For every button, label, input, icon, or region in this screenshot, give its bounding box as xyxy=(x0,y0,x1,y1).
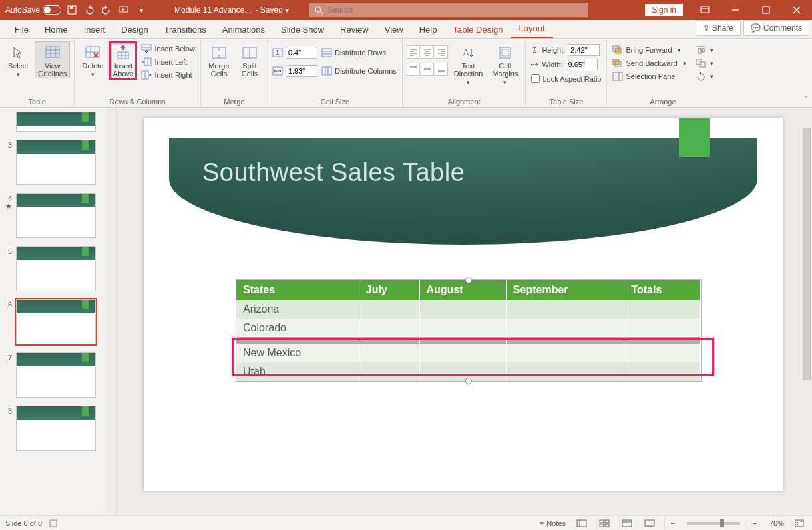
tab-review[interactable]: Review xyxy=(332,21,377,38)
collapse-ribbon-icon[interactable]: ˄ xyxy=(804,95,808,104)
table-header[interactable]: September xyxy=(506,280,624,300)
insert-below-button[interactable]: Insert Below xyxy=(140,43,196,55)
tab-help[interactable]: Help xyxy=(411,21,445,38)
save-state[interactable]: - Saved ▾ xyxy=(255,5,289,15)
redo-icon[interactable] xyxy=(100,3,113,17)
thumbnail-slide-6[interactable]: 6 xyxy=(4,299,116,344)
column-width-field[interactable] xyxy=(272,65,317,77)
editor-scrollbar[interactable] xyxy=(801,108,812,515)
table-header[interactable]: States xyxy=(236,280,359,300)
table-cell[interactable] xyxy=(506,337,624,344)
insert-above-button[interactable]: Insert Above xyxy=(109,41,137,80)
table-cell[interactable] xyxy=(419,300,506,319)
maximize-icon[interactable] xyxy=(751,0,781,20)
slide-canvas[interactable]: Southwest Sales Table StatesJulyAugustSe… xyxy=(144,118,783,491)
table-cell[interactable]: Arizona xyxy=(236,300,359,319)
tab-animations[interactable]: Animations xyxy=(214,21,273,38)
slideshow-from-start-icon[interactable] xyxy=(117,3,130,17)
notes-button[interactable]: ≡ Notes xyxy=(538,518,567,529)
share-button[interactable]: ⇪ Share xyxy=(696,20,741,36)
distribute-columns-button[interactable]: Distribute Columns xyxy=(320,65,398,77)
tab-table-design[interactable]: Table Design xyxy=(445,21,510,38)
qat-more-icon[interactable]: ▾ xyxy=(134,3,148,17)
zoom-out-button[interactable]: − xyxy=(664,517,680,529)
table-row[interactable]: Arizona xyxy=(236,300,701,319)
thumbnail-slide-5[interactable]: 5 xyxy=(4,246,116,291)
search-input[interactable] xyxy=(327,5,583,15)
rotate-objects-button[interactable]: ▾ xyxy=(694,70,715,82)
tab-layout[interactable]: Layout xyxy=(511,19,553,38)
slide-table[interactable]: StatesJulyAugustSeptemberTotalsArizonaCo… xyxy=(236,279,702,382)
table-cell[interactable] xyxy=(506,362,624,381)
tab-home[interactable]: Home xyxy=(37,21,76,38)
accessibility-icon[interactable] xyxy=(49,519,58,528)
table-cell[interactable] xyxy=(419,362,506,381)
search-box[interactable] xyxy=(309,3,588,17)
tab-insert[interactable]: Insert xyxy=(76,21,114,38)
align-top-icon[interactable] xyxy=(407,63,420,76)
table-cell[interactable] xyxy=(506,300,624,319)
sign-in-button[interactable]: Sign in xyxy=(645,4,683,16)
select-button[interactable]: Select ▾ xyxy=(4,41,32,78)
table-header[interactable]: August xyxy=(419,280,506,300)
comments-button[interactable]: 💬 Comments xyxy=(743,20,809,36)
insert-right-button[interactable]: Insert Right xyxy=(140,69,196,81)
table-header[interactable]: July xyxy=(359,280,419,300)
table-row[interactable]: New Mexico xyxy=(236,344,701,362)
zoom-in-button[interactable]: + xyxy=(747,517,763,529)
close-icon[interactable] xyxy=(781,0,812,20)
thumbnail-slide-4[interactable]: 4 ★ xyxy=(4,193,116,238)
thumbnail-slide-prev[interactable] xyxy=(4,112,116,132)
merge-cells-button[interactable]: Merge Cells xyxy=(205,41,233,78)
table-cell[interactable] xyxy=(624,319,701,337)
reading-view-icon[interactable] xyxy=(619,517,635,529)
fit-to-window-icon[interactable] xyxy=(791,517,807,529)
table-row[interactable]: Colorado xyxy=(236,319,701,337)
thumbnail-slide-3[interactable]: 3 xyxy=(4,140,116,185)
undo-icon[interactable] xyxy=(83,3,96,17)
selection-pane-button[interactable]: Selection Pane xyxy=(611,70,687,82)
thumbnail-scrollbar[interactable] xyxy=(106,108,116,515)
table-width-field[interactable]: Width: xyxy=(530,59,602,70)
slide-sorter-view-icon[interactable] xyxy=(596,517,612,529)
minimize-icon[interactable] xyxy=(720,0,751,20)
table-header[interactable]: Totals xyxy=(624,280,701,300)
align-bottom-icon[interactable] xyxy=(435,63,448,76)
table-cell[interactable] xyxy=(419,344,506,362)
save-icon[interactable] xyxy=(65,3,79,17)
table-cell[interactable] xyxy=(419,319,506,337)
ribbon-display-options-icon[interactable] xyxy=(690,0,720,20)
align-left-icon[interactable] xyxy=(407,45,420,59)
normal-view-icon[interactable] xyxy=(574,517,590,529)
split-cells-button[interactable]: Split Cells xyxy=(236,41,264,78)
table-cell[interactable] xyxy=(624,300,701,319)
table-cell[interactable] xyxy=(624,362,701,381)
autosave-switch-icon[interactable] xyxy=(43,5,61,15)
delete-button[interactable]: Delete ▾ xyxy=(79,41,106,78)
align-center-icon[interactable] xyxy=(421,45,434,59)
table-height-field[interactable]: Height: xyxy=(530,44,602,56)
align-objects-button[interactable]: ▾ xyxy=(694,44,715,56)
view-gridlines-button[interactable]: View Gridlines xyxy=(35,41,70,78)
tab-slide-show[interactable]: Slide Show xyxy=(273,21,332,38)
table-cell[interactable] xyxy=(359,362,419,381)
text-direction-button[interactable]: A Text Direction ▾ xyxy=(451,41,486,86)
table-cell[interactable] xyxy=(359,300,419,319)
table-cell[interactable] xyxy=(236,337,359,344)
thumbnail-slide-8[interactable]: 8 xyxy=(4,406,116,451)
insert-left-button[interactable]: Insert Left xyxy=(140,56,196,68)
bring-forward-button[interactable]: Bring Forward ▾ xyxy=(611,44,687,56)
tab-file[interactable]: File xyxy=(7,21,37,38)
tab-transitions[interactable]: Transitions xyxy=(156,21,214,38)
table-row[interactable] xyxy=(236,337,701,344)
table-cell[interactable] xyxy=(506,344,624,362)
table-cell[interactable] xyxy=(506,319,624,337)
table-cell[interactable] xyxy=(359,319,419,337)
slide-title[interactable]: Southwest Sales Table xyxy=(202,158,465,187)
distribute-rows-button[interactable]: Distribute Rows xyxy=(320,47,398,59)
lock-aspect-ratio-checkbox[interactable]: Lock Aspect Ratio xyxy=(530,73,602,84)
cell-margins-button[interactable]: Cell Margins ▾ xyxy=(489,41,521,86)
table-cell[interactable] xyxy=(624,337,701,344)
table-cell[interactable]: New Mexico xyxy=(236,344,359,362)
table-row[interactable]: Utah xyxy=(236,362,701,381)
